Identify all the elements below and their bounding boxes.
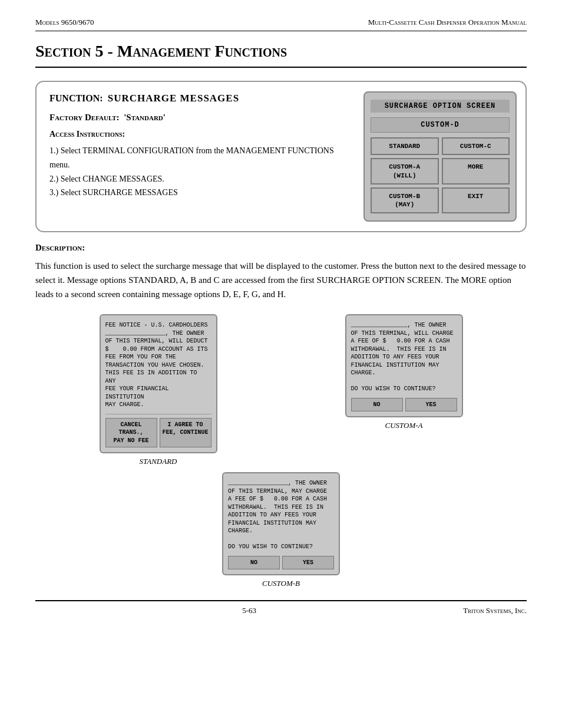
page-footer: 5-63 Triton Systems, Inc. bbox=[35, 600, 527, 615]
atm-screen: SURCHARGE OPTION SCREEN CUSTOM-D STANDAR… bbox=[363, 91, 517, 222]
footer-center: 5-63 bbox=[242, 606, 256, 615]
standard-screen: FEE NOTICE - U.S. CARDHOLDERS___________… bbox=[100, 314, 217, 453]
main-content-box: Function: Surcharge Messages Factory Def… bbox=[35, 81, 527, 232]
standard-screen-btn-row: Cancel trans.,pay no fee I agree tofee, … bbox=[105, 418, 211, 448]
standard-screen-container: FEE NOTICE - U.S. CARDHOLDERS___________… bbox=[100, 314, 217, 466]
custom-b-screen-container: _________________, THE OWNEROF THIS TERM… bbox=[222, 472, 340, 588]
atm-btn-custom-c[interactable]: CUSTOM-C bbox=[442, 137, 510, 155]
standard-agree-btn[interactable]: I agree tofee, continue bbox=[160, 418, 211, 448]
function-title-value: Surcharge Messages bbox=[108, 93, 239, 104]
custom-a-btn-row: NO YES bbox=[351, 398, 457, 412]
custom-a-yes-btn[interactable]: YES bbox=[405, 398, 457, 412]
standard-screen-label: STANDARD bbox=[139, 457, 177, 466]
standard-screen-text: FEE NOTICE - U.S. CARDHOLDERS___________… bbox=[105, 321, 211, 409]
access-step-3: 3.) Select SURCHARGE MESSAGES bbox=[49, 186, 342, 200]
access-step-2: 2.) Select CHANGE MESSAGES. bbox=[49, 172, 342, 186]
screens-row-2: _________________, THE OWNEROF THIS TERM… bbox=[35, 472, 527, 588]
atm-buttons-grid: STANDARD CUSTOM-C CUSTOM-A(WILL) MORE CU… bbox=[371, 137, 510, 213]
custom-a-screen-label: CUSTOM-A bbox=[385, 421, 422, 430]
left-panel: Function: Surcharge Messages Factory Def… bbox=[37, 82, 355, 231]
atm-btn-standard[interactable]: STANDARD bbox=[371, 137, 439, 155]
factory-default: Factory Default: 'Standard' bbox=[49, 113, 342, 123]
right-panel: SURCHARGE OPTION SCREEN CUSTOM-D STANDAR… bbox=[355, 82, 525, 231]
description-text: This function is used to select the surc… bbox=[35, 259, 527, 301]
function-title-prefix: Function: bbox=[49, 93, 103, 103]
atm-screen-title: SURCHARGE OPTION SCREEN bbox=[371, 100, 510, 113]
custom-b-yes-btn[interactable]: YES bbox=[282, 556, 334, 570]
atm-btn-custom-b[interactable]: CUSTOM-B(MAY) bbox=[371, 187, 439, 214]
section-title: Section 5 - Management Functions bbox=[35, 42, 527, 68]
function-title: Function: Surcharge Messages bbox=[49, 93, 342, 104]
custom-b-screen: _________________, THE OWNEROF THIS TERM… bbox=[222, 472, 340, 575]
custom-b-screen-text: _________________, THE OWNEROF THIS TERM… bbox=[228, 479, 334, 551]
custom-b-no-btn[interactable]: NO bbox=[228, 556, 280, 570]
page-header: Models 9650/9670 Multi-Cassette Cash Dis… bbox=[35, 18, 527, 31]
access-list: 1.) Select TERMINAL CONFIGURATION from t… bbox=[49, 144, 342, 200]
header-left: Models 9650/9670 bbox=[35, 18, 94, 27]
atm-btn-more[interactable]: MORE bbox=[442, 158, 510, 185]
custom-b-screen-label: CUSTOM-B bbox=[262, 579, 300, 588]
standard-cancel-btn[interactable]: Cancel trans.,pay no fee bbox=[105, 418, 157, 448]
standard-screen-divider bbox=[105, 414, 211, 414]
header-right: Multi-Cassette Cash Dispenser Operation … bbox=[368, 18, 527, 27]
description-title: Description: bbox=[35, 243, 527, 253]
custom-a-screen-text: ________________, THE OWNEROF THIS TERMI… bbox=[351, 321, 457, 393]
atm-btn-exit[interactable]: EXIT bbox=[442, 187, 510, 214]
access-step-1: 1.) Select TERMINAL CONFIGURATION from t… bbox=[49, 144, 342, 172]
footer-right: Triton Systems, Inc. bbox=[463, 606, 527, 615]
access-instructions-label: Access Instructions: bbox=[49, 130, 342, 139]
custom-a-no-btn[interactable]: NO bbox=[351, 398, 403, 412]
atm-custom-d: CUSTOM-D bbox=[371, 117, 510, 133]
atm-btn-custom-a[interactable]: CUSTOM-A(WILL) bbox=[371, 158, 439, 185]
custom-b-btn-row: NO YES bbox=[228, 556, 334, 570]
custom-a-screen: ________________, THE OWNEROF THIS TERMI… bbox=[345, 314, 463, 417]
custom-a-screen-container: ________________, THE OWNEROF THIS TERMI… bbox=[345, 314, 463, 466]
screens-row-1: FEE NOTICE - U.S. CARDHOLDERS___________… bbox=[35, 314, 527, 466]
